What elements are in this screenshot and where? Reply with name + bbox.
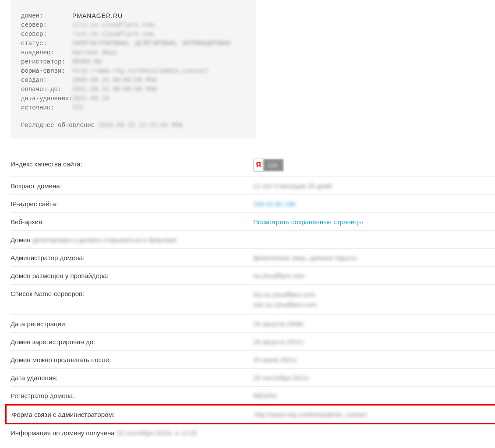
whois-value: TCI <box>72 103 246 113</box>
value-registrar: REGRU <box>253 392 495 399</box>
row-admin: Администратор домена: физическое лицо, д… <box>11 249 495 267</box>
whois-raw-panel: домен: PMANAGER.RU сервер: iris.ns.cloud… <box>11 0 256 138</box>
row-reg-date: Дата регистрации: 24 августа 2008г. <box>11 315 495 333</box>
row-quality-index: Индекс качества сайта: Я 120 <box>11 153 495 177</box>
value-deldate: 24 сентября 2021г. <box>253 374 495 381</box>
whois-label: дата-удаления: <box>21 94 72 103</box>
whois-label: домен: <box>21 11 72 21</box>
whois-value: iris.ns.cloudflare.com. <box>72 21 246 30</box>
value-ns: iris.ns.cloudflare.com. rick.ns.cloudfla… <box>253 290 495 310</box>
label-deldate: Дата удаления: <box>11 374 253 381</box>
whois-value: ЗАРЕГИСТРИРОВАН, ДЕЛЕГИРОВАН, ВЕРИФИЦИРО… <box>72 39 246 48</box>
row-renew-after: Домен можно продлевать после: 25 июня 20… <box>11 351 495 369</box>
whois-row-source: источник: TCI <box>21 103 246 113</box>
row-ip-address: IP-адрес сайта: 104.31.82.136 <box>11 195 495 213</box>
whois-label: статус: <box>21 39 72 48</box>
whois-row-created: создан: 2008.08.24 00:00:00 MSK <box>21 76 246 85</box>
label-archive: Веб-архив: <box>11 218 253 226</box>
whois-row-owner: владелец: Частное Лицо <box>21 48 246 57</box>
label-contact: Форма связи с администратором: <box>12 411 255 418</box>
whois-row-server2: сервер: rick.ns.cloudflare.com. <box>21 30 246 39</box>
value-provider: ns.cloudflare.com <box>253 272 495 279</box>
yandex-logo-icon: Я <box>254 159 263 171</box>
row-delete-date: Дата удаления: 24 сентября 2021г. <box>11 369 495 387</box>
whois-label: форма-связи: <box>21 67 72 76</box>
whois-value: 2021.09.24 <box>72 94 246 103</box>
label-delegated: Домен делегирован и должен открываться в… <box>11 236 495 243</box>
whois-label: оплачен-до: <box>21 85 72 94</box>
whois-value: Частное Лицо <box>72 48 246 57</box>
whois-value: 2021.08.24 00:00:00 MSK <box>72 85 246 94</box>
fetched-value: 15 сентября 2020г. в 12:25 <box>117 429 197 437</box>
label-admin: Администратор домена: <box>11 254 253 261</box>
row-fetched-info: Информация по домену получена 15 сентябр… <box>11 424 495 441</box>
last-update-label: Последнее обновление <box>21 122 95 129</box>
whois-row-server1: сервер: iris.ns.cloudflare.com. <box>21 21 246 30</box>
whois-row-contact-form: форма-связи: http://www.reg.ru/whois/adm… <box>21 67 246 76</box>
whois-label: источник: <box>21 103 72 113</box>
whois-row-status: статус: ЗАРЕГИСТРИРОВАН, ДЕЛЕГИРОВАН, ВЕ… <box>21 39 246 48</box>
value-quality: Я 120 <box>253 159 495 172</box>
row-delegated: Домен делегирован и должен открываться в… <box>11 231 495 249</box>
whois-label: создан: <box>21 76 72 85</box>
row-reg-until: Домен зарегистрирован до: 24 августа 202… <box>11 333 495 351</box>
delegated-prefix: Домен <box>11 236 31 243</box>
label-registrar: Регистратор домена: <box>11 392 253 399</box>
label-quality: Индекс качества сайта: <box>11 159 253 168</box>
fetched-prefix: Информация по домену получена <box>11 429 115 437</box>
whois-row-registrar: регистратор: REGRU-RU <box>21 57 246 67</box>
delegated-value: делегирован и должен открываться в брауз… <box>32 236 178 243</box>
row-provider: Домен размещен у провайдера: ns.cloudfla… <box>11 267 495 285</box>
yandex-quality-badge: Я 120 <box>253 159 284 172</box>
ns-entry: iris.ns.cloudflare.com. <box>253 290 495 300</box>
label-age: Возраст домена: <box>11 182 253 190</box>
whois-label: сервер: <box>21 30 72 39</box>
label-provider: Домен размещен у провайдера: <box>11 272 253 279</box>
whois-row-delete-date: дата-удаления: 2021.09.24 <box>21 94 246 103</box>
whois-value-domain: PMANAGER.RU <box>72 11 246 21</box>
domain-info-table: Индекс качества сайта: Я 120 Возраст дом… <box>11 153 495 441</box>
whois-label: регистратор: <box>21 57 72 67</box>
whois-value: rick.ns.cloudflare.com. <box>72 30 246 39</box>
value-renew: 25 июня 2021г. <box>253 356 495 363</box>
value-contact-link[interactable]: http://www.reg.ru/whois/admin_contact <box>255 411 494 418</box>
row-contact-form: Форма связи с администратором: http://ww… <box>12 411 494 418</box>
whois-row-paid-till: оплачен-до: 2021.08.24 00:00:00 MSK <box>21 85 246 94</box>
row-domain-age: Возраст домена: 12 лет 0 месяцев 25 дней <box>11 177 495 195</box>
value-admin: физическое лицо, данные скрыты <box>253 254 495 261</box>
value-regdate: 24 августа 2008г. <box>253 320 495 328</box>
label-reguntil: Домен зарегистрирован до: <box>11 338 253 346</box>
whois-value: 2008.08.24 00:00:00 MSK <box>72 76 246 85</box>
label-regdate: Дата регистрации: <box>11 320 253 328</box>
yandex-score: 120 <box>263 159 283 171</box>
row-registrar: Регистратор домена: REGRU <box>11 387 495 405</box>
label-ns: Список Name-серверов: <box>11 290 253 297</box>
label-renew: Домен можно продлевать после: <box>11 356 253 363</box>
row-web-archive: Веб-архив: Посмотреть сохранённые страни… <box>11 213 495 231</box>
value-age: 12 лет 0 месяцев 25 дней <box>253 182 495 190</box>
whois-last-update: Последнее обновление 2020.09.15 12:21:01… <box>21 122 246 129</box>
value-reguntil: 24 августа 2021г. <box>253 338 495 346</box>
whois-value: http://www.reg.ru/whois/admin_contact <box>72 67 246 76</box>
whois-value: REGRU-RU <box>72 57 246 67</box>
whois-label: сервер: <box>21 21 72 30</box>
whois-label: владелец: <box>21 48 72 57</box>
row-nameservers: Список Name-серверов: iris.ns.cloudflare… <box>11 285 495 315</box>
whois-row-domain: домен: PMANAGER.RU <box>21 11 246 21</box>
ns-entry: rick.ns.cloudflare.com. <box>253 300 495 310</box>
last-update-value: 2020.09.15 12:21:01 MSK <box>98 122 183 129</box>
value-ip-link[interactable]: 104.31.82.136 <box>253 200 495 208</box>
highlighted-contact-row: Форма связи с администратором: http://ww… <box>5 404 495 424</box>
label-ip: IP-адрес сайта: <box>11 200 253 208</box>
value-archive-link[interactable]: Посмотреть сохранённые страницы <box>253 218 495 226</box>
